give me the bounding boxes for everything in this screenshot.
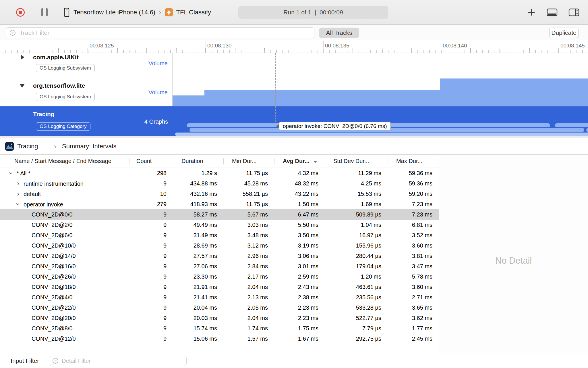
column-header-duration[interactable]: Duration	[173, 155, 223, 168]
row-count: 9	[128, 302, 173, 313]
row-min: 2.04 ms	[223, 313, 274, 323]
input-filter-label[interactable]: Input Filter	[11, 353, 39, 368]
add-instrument-button[interactable]	[527, 8, 536, 17]
column-header-min[interactable]: Min Dur...	[223, 155, 274, 168]
disclosure-collapsed-icon[interactable]: ›	[14, 178, 22, 189]
column-header-max[interactable]: Max Dur...	[388, 155, 439, 168]
column-header-count[interactable]: Count	[128, 155, 173, 168]
disclosure-expanded-icon[interactable]	[20, 84, 25, 88]
ruler-time-label: 00:08.140	[443, 43, 467, 49]
column-divider[interactable]	[129, 158, 129, 164]
pause-button[interactable]	[41, 8, 48, 16]
track-header[interactable]: com.apple.UIKit OS Logging Subsystem Vol…	[0, 53, 173, 78]
table-row[interactable]: CONV_2D@16/0927.06 ms2.84 ms3.01 ms179.0…	[0, 261, 439, 271]
table-row[interactable]: ›operator invoke279418.93 ms11.75 µs1.50…	[0, 199, 439, 209]
row-std: 1.69 ms	[325, 199, 388, 209]
intervals-table-header: Name / Start Message / End Message Count…	[0, 155, 439, 168]
table-row[interactable]: CONV_2D@26/0923.30 ms2.17 ms2.59 ms1.20 …	[0, 271, 439, 282]
row-name: * All *	[17, 170, 30, 177]
table-row[interactable]: CONV_2D@8/0915.74 ms1.74 ms1.75 ms7.79 µ…	[0, 323, 439, 334]
table-row[interactable]: CONV_2D@22/0920.04 ms2.05 ms2.23 ms533.2…	[0, 302, 439, 313]
ruler-minor-ticks	[0, 50, 588, 53]
track-header[interactable]: Tracing OS Logging Category 4 Graphs	[0, 106, 173, 136]
column-divider[interactable]	[223, 158, 224, 164]
table-row[interactable]: CONV_2D@14/0927.57 ms2.96 ms3.06 ms280.4…	[0, 251, 439, 261]
table-row[interactable]: CONV_2D@4/0921.41 ms2.13 ms2.38 ms235.56…	[0, 292, 439, 302]
toggle-bottom-pane-button[interactable]	[547, 8, 558, 17]
column-divider[interactable]	[388, 158, 388, 164]
track-tracing[interactable]: Tracing OS Logging Category 4 Graphs	[0, 106, 588, 136]
row-min: 11.75 µs	[223, 199, 274, 209]
record-button[interactable]	[16, 8, 25, 17]
row-duration: 432.16 ms	[173, 189, 223, 199]
row-max: 7.23 ms	[388, 209, 439, 220]
column-divider[interactable]	[173, 158, 173, 164]
disclosure-expanded-icon[interactable]: ›	[13, 200, 23, 208]
table-row[interactable]: CONV_2D@0/0958.27 ms5.67 ms6.47 ms509.89…	[0, 209, 439, 220]
row-min: 11.75 µs	[223, 168, 274, 178]
row-avg: 3.06 ms	[274, 251, 325, 261]
all-tracks-button[interactable]: All Tracks	[319, 28, 359, 38]
row-duration: 31.49 ms	[173, 230, 223, 240]
row-name: CONV_2D@2/0	[32, 222, 73, 228]
track-filter-input[interactable]	[6, 27, 314, 38]
row-avg: 5.50 ms	[274, 220, 325, 230]
trace-interval-bar	[586, 128, 588, 132]
row-duration: 28.69 ms	[173, 240, 223, 251]
volume-area-chart[interactable]	[173, 78, 588, 106]
table-row[interactable]: ›* All *2981.29 s11.75 µs4.32 ms11.29 ms…	[0, 168, 439, 178]
disclosure-expanded-icon[interactable]: ›	[6, 169, 16, 177]
table-row[interactable]: CONV_2D@2/0949.49 ms3.03 ms5.50 ms1.04 m…	[0, 220, 439, 230]
track-header[interactable]: org.tensorflow.lite OS Logging Subsystem…	[0, 78, 173, 106]
row-min: 45.28 ms	[223, 178, 274, 189]
table-row[interactable]: CONV_2D@6/0931.49 ms3.48 ms3.50 ms16.97 …	[0, 230, 439, 240]
row-name-cell: CONV_2D@22/0	[0, 302, 128, 313]
track-org-tensorflow-lite[interactable]: org.tensorflow.lite OS Logging Subsystem…	[0, 78, 588, 106]
duplicate-button[interactable]: Duplicate	[549, 28, 579, 38]
track-lane[interactable]	[173, 53, 588, 78]
row-avg: 2.38 ms	[274, 292, 325, 302]
row-name: CONV_2D@16/0	[32, 263, 76, 269]
disclosure-collapsed-icon[interactable]: ›	[14, 189, 22, 199]
row-max: 5.78 ms	[388, 271, 439, 282]
volume-area-segment	[173, 95, 204, 106]
target-app-label[interactable]: TFL Classify	[176, 9, 211, 16]
row-count: 9	[128, 271, 173, 282]
row-count: 9	[128, 313, 173, 323]
disclosure-collapsed-icon[interactable]	[21, 55, 24, 60]
row-min: 1.74 ms	[223, 323, 274, 334]
detail-filter-input[interactable]	[49, 356, 187, 366]
column-header-avg[interactable]: Avg Dur...	[274, 155, 325, 168]
row-std: 280.44 µs	[325, 251, 388, 261]
row-min: 2.05 ms	[223, 302, 274, 313]
row-std: 179.04 µs	[325, 261, 388, 271]
target-device-label[interactable]: Tensorflow Lite iPhone (14.6)	[74, 9, 155, 16]
row-max: 3.60 ms	[388, 282, 439, 292]
column-divider[interactable]	[325, 158, 325, 164]
table-row[interactable]: CONV_2D@10/0928.69 ms3.12 ms3.19 ms155.9…	[0, 240, 439, 251]
table-row[interactable]: CONV_2D@12/0915.06 ms1.57 ms1.67 ms292.7…	[0, 334, 439, 344]
breadcrumb-instrument[interactable]: Tracing	[17, 138, 38, 154]
pane-splitter[interactable]	[0, 136, 588, 138]
tracing-intervals-lane[interactable]	[173, 106, 588, 136]
no-detail-panel: No Detail	[439, 155, 588, 353]
table-row[interactable]: CONV_2D@18/0921.91 ms2.04 ms2.43 ms463.6…	[0, 282, 439, 292]
column-divider[interactable]	[274, 158, 274, 164]
row-name-cell: CONV_2D@2/0	[0, 220, 128, 230]
row-avg: 6.47 ms	[274, 209, 325, 220]
row-name: CONV_2D@22/0	[32, 304, 76, 311]
breadcrumb-view[interactable]: Summary: Intervals	[62, 138, 117, 154]
track-com-apple-uikit[interactable]: com.apple.UIKit OS Logging Subsystem Vol…	[0, 53, 588, 78]
table-row[interactable]: ›runtime instrumentation9434.88 ms45.28 …	[0, 178, 439, 189]
row-std: 463.61 µs	[325, 282, 388, 292]
table-row[interactable]: CONV_2D@20/0920.03 ms2.04 ms2.23 ms522.7…	[0, 313, 439, 323]
column-header-name[interactable]: Name / Start Message / End Message	[0, 155, 128, 168]
toggle-right-pane-button[interactable]	[568, 8, 579, 17]
time-ruler[interactable]: 00:08.12500:08.13000:08.13500:08.14000:0…	[0, 41, 588, 53]
column-header-stddev[interactable]: Std Dev Dur...	[325, 155, 388, 168]
row-duration: 1.29 s	[173, 168, 223, 178]
track-title: Tracing	[33, 111, 55, 118]
playhead-line	[275, 53, 276, 122]
table-row[interactable]: ›default10432.16 ms558.21 µs43.22 ms15.5…	[0, 189, 439, 199]
row-name-cell: CONV_2D@4/0	[0, 292, 128, 302]
